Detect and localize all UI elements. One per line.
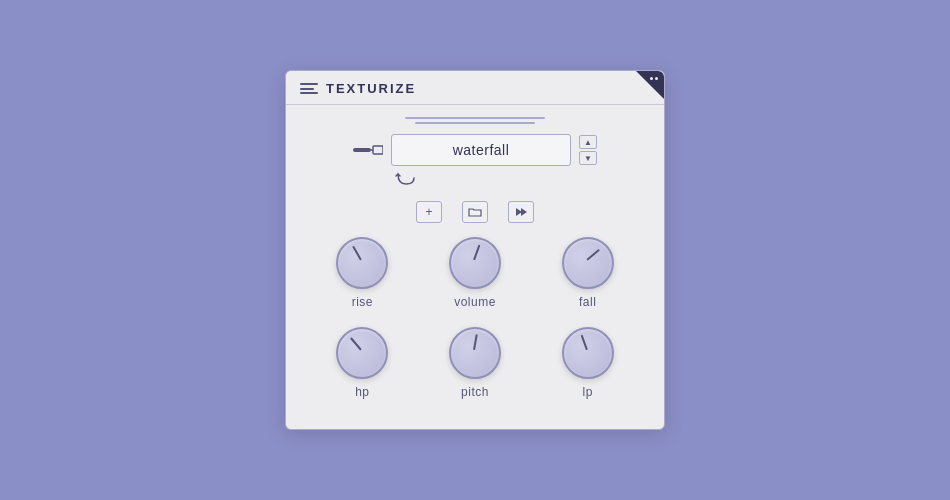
knob-hp[interactable] <box>336 327 388 379</box>
knob-container-volume: volume <box>449 237 501 309</box>
app-title: TEXTURIZE <box>326 81 416 96</box>
preset-up-button[interactable]: ▲ <box>579 135 597 149</box>
knob-lp-label: lp <box>582 385 592 399</box>
snake-icon <box>394 170 416 191</box>
knob-volume[interactable] <box>449 237 501 289</box>
svg-rect-1 <box>373 146 383 154</box>
knob-pitch-label: pitch <box>461 385 489 399</box>
logo-icon <box>300 83 318 94</box>
preset-arrows: ▲ ▼ <box>579 135 597 165</box>
knob-pitch[interactable] <box>449 327 501 379</box>
preset-decoration <box>306 117 644 124</box>
plugin-window: TEXTURIZE waterfall <box>285 70 665 430</box>
knob-rise-label: rise <box>352 295 373 309</box>
title-bar: TEXTURIZE <box>286 71 664 105</box>
knobs-section: rise volume fall <box>306 237 644 399</box>
knob-container-rise: rise <box>336 237 388 309</box>
knob-fall-label: fall <box>579 295 596 309</box>
svg-rect-0 <box>353 148 371 152</box>
knob-container-fall: fall <box>562 237 614 309</box>
forward-button[interactable] <box>508 201 534 223</box>
preset-row: waterfall ▲ ▼ <box>306 134 644 166</box>
svg-marker-4 <box>521 208 527 216</box>
title-left: TEXTURIZE <box>300 81 416 96</box>
preset-down-button[interactable]: ▼ <box>579 151 597 165</box>
folder-button[interactable] <box>462 201 488 223</box>
add-button[interactable]: + <box>416 201 442 223</box>
corner-decoration <box>636 71 664 99</box>
knob-hp-label: hp <box>355 385 369 399</box>
preset-display[interactable]: waterfall <box>391 134 571 166</box>
knob-container-hp: hp <box>336 327 388 399</box>
cable-icon <box>353 141 383 159</box>
knob-rise[interactable] <box>336 237 388 289</box>
content-area: waterfall ▲ ▼ + <box>286 105 664 429</box>
knob-lp[interactable] <box>562 327 614 379</box>
action-row: + <box>306 201 644 223</box>
knob-fall[interactable] <box>562 237 614 289</box>
knob-container-lp: lp <box>562 327 614 399</box>
preset-name: waterfall <box>453 142 510 158</box>
knobs-row-2: hp pitch lp <box>306 327 644 399</box>
knobs-row-1: rise volume fall <box>306 237 644 309</box>
knob-container-pitch: pitch <box>449 327 501 399</box>
knob-volume-label: volume <box>454 295 496 309</box>
corner-dots <box>650 77 658 80</box>
